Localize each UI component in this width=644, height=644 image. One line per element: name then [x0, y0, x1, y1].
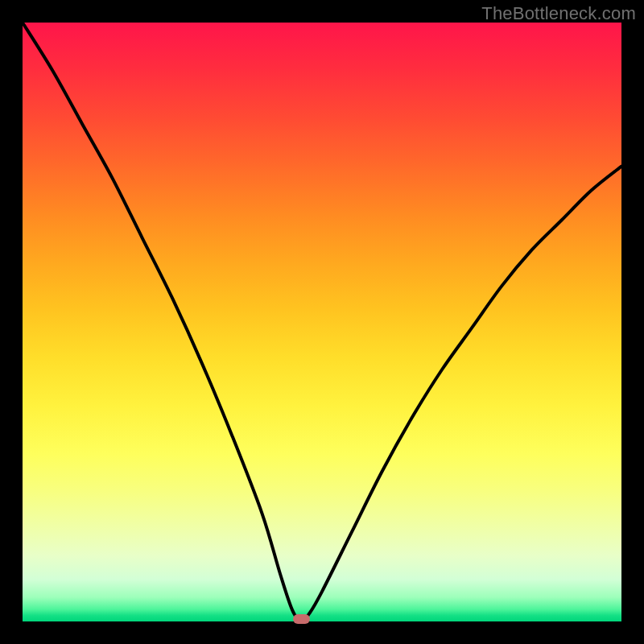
watermark-text: TheBottleneck.com	[481, 3, 636, 24]
plot-area	[23, 23, 621, 621]
chart-frame: TheBottleneck.com	[0, 0, 644, 644]
curve-svg	[23, 23, 621, 621]
optimum-marker	[293, 614, 310, 624]
bottleneck-curve	[23, 23, 621, 621]
